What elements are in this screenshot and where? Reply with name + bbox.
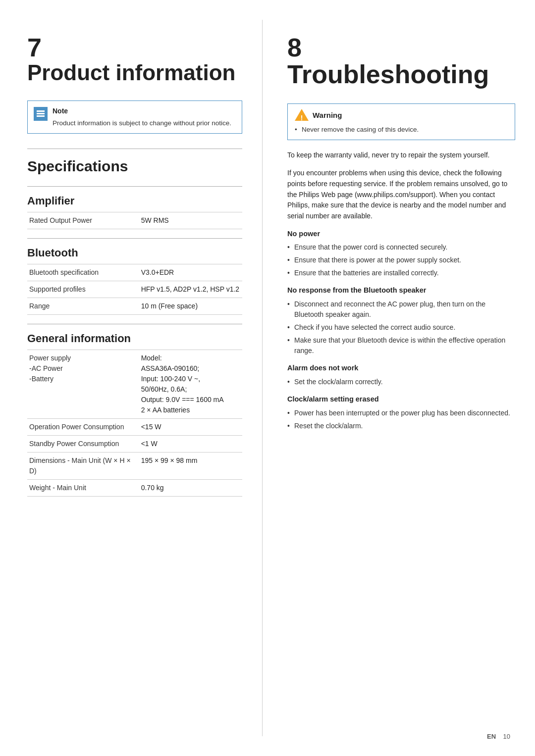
- trouble-title: No response from the Bluetooth speaker: [287, 285, 515, 296]
- body-paragraph: To keep the warranty valid, never try to…: [287, 150, 515, 161]
- divider-3: [27, 238, 242, 239]
- table-row: Power supply-AC Power-BatteryModel:ASSA3…: [27, 350, 242, 418]
- spec-value: <15 W: [139, 418, 242, 435]
- trouble-list: Disconnect and reconnect the AC power pl…: [287, 299, 515, 356]
- general-table: Power supply-AC Power-BatteryModel:ASSA3…: [27, 350, 242, 497]
- warning-icon: !: [295, 109, 309, 122]
- right-section-title: Troubleshooting: [287, 60, 489, 89]
- page-footer: EN 10: [487, 732, 510, 742]
- trouble-title: No power: [287, 229, 515, 240]
- spec-value: HFP v1.5, AD2P v1.2, HSP v1.2: [139, 281, 242, 298]
- spec-label: Operation Power Consumption: [27, 418, 139, 435]
- warning-item: Never remove the casing of this device.: [295, 125, 508, 135]
- right-column: 8 Troubleshooting ! Warning Never remove…: [263, 20, 535, 736]
- trouble-list: Set the clock/alarm correctly.: [287, 377, 515, 387]
- amplifier-title: Amplifier: [27, 193, 242, 209]
- table-row: Range10 m (Free space): [27, 298, 242, 314]
- spec-value: 5W RMS: [139, 212, 242, 229]
- spec-label: Weight - Main Unit: [27, 479, 139, 496]
- spec-label: Standby Power Consumption: [27, 435, 139, 452]
- footer-lang: EN: [487, 733, 496, 740]
- list-item: Check if you have selected the correct a…: [287, 322, 515, 333]
- trouble-list: Power has been interrupted or the power …: [287, 408, 515, 431]
- general-title: General information: [27, 330, 242, 347]
- spec-value: Model:ASSA36A-090160;Input: 100-240 V ~,…: [139, 350, 242, 418]
- spec-value: <1 W: [139, 435, 242, 452]
- table-row: Bluetooth specificationV3.0+EDR: [27, 264, 242, 281]
- footer-page: 10: [503, 733, 510, 740]
- warning-box: ! Warning Never remove the casing of thi…: [287, 103, 515, 140]
- amplifier-table: Rated Output Power5W RMS: [27, 212, 242, 229]
- left-column: 7 Product information Note Product infor…: [0, 20, 263, 736]
- body-paragraphs: To keep the warranty valid, never try to…: [287, 150, 515, 221]
- list-item: Set the clock/alarm correctly.: [287, 377, 515, 387]
- table-row: Supported profilesHFP v1.5, AD2P v1.2, H…: [27, 281, 242, 298]
- spec-value: 10 m (Free space): [139, 298, 242, 314]
- trouble-sections: No powerEnsure that the power cord is co…: [287, 229, 515, 431]
- note-content: Note Product information is subject to c…: [53, 106, 235, 128]
- list-item: Ensure that there is power at the power …: [287, 255, 515, 265]
- table-row: Operation Power Consumption<15 W: [27, 418, 242, 435]
- note-label: Note: [53, 106, 235, 116]
- table-row: Weight - Main Unit0.70 kg: [27, 479, 242, 496]
- trouble-title: Alarm does not work: [287, 363, 515, 374]
- spec-value: 195 × 99 × 98 mm: [139, 452, 242, 479]
- divider-1: [27, 149, 242, 149]
- warning-exclaim-mark: !: [301, 113, 303, 123]
- spec-label: Power supply-AC Power-Battery: [27, 350, 139, 418]
- spec-label: Bluetooth specification: [27, 264, 139, 281]
- right-section-number: 8: [287, 35, 302, 60]
- trouble-list: Ensure that the power cord is connected …: [287, 242, 515, 278]
- warning-label: Warning: [313, 110, 342, 121]
- list-item: Reset the clock/alarm.: [287, 421, 515, 431]
- note-icon: [34, 107, 48, 121]
- spec-label: Rated Output Power: [27, 212, 139, 229]
- spec-value: V3.0+EDR: [139, 264, 242, 281]
- table-row: Dimensions - Main Unit (W × H × D)195 × …: [27, 452, 242, 479]
- trouble-title: Clock/alarm setting erased: [287, 394, 515, 405]
- bluetooth-table: Bluetooth specificationV3.0+EDRSupported…: [27, 264, 242, 315]
- list-item: Power has been interrupted or the power …: [287, 408, 515, 418]
- list-item: Make sure that your Bluetooth device is …: [287, 335, 515, 356]
- left-section-title: Product information: [27, 60, 235, 86]
- divider-4: [27, 324, 242, 324]
- spec-label: Supported profiles: [27, 281, 139, 298]
- note-box: Note Product information is subject to c…: [27, 101, 242, 134]
- list-item: Ensure that the power cord is connected …: [287, 242, 515, 252]
- divider-2: [27, 186, 242, 187]
- list-item: Ensure that the batteries are installed …: [287, 268, 515, 278]
- left-section-number: 7: [27, 35, 42, 60]
- list-item: Disconnect and reconnect the AC power pl…: [287, 299, 515, 320]
- table-row: Standby Power Consumption<1 W: [27, 435, 242, 452]
- body-paragraph: If you encounter problems when using thi…: [287, 168, 515, 221]
- table-row: Rated Output Power5W RMS: [27, 212, 242, 229]
- spec-value: 0.70 kg: [139, 479, 242, 496]
- spec-label: Dimensions - Main Unit (W × H × D): [27, 452, 139, 479]
- specifications-title: Specifications: [27, 155, 242, 177]
- warning-header: ! Warning: [295, 109, 508, 122]
- note-text: Product information is subject to change…: [53, 118, 235, 128]
- bluetooth-title: Bluetooth: [27, 245, 242, 261]
- spec-label: Range: [27, 298, 139, 314]
